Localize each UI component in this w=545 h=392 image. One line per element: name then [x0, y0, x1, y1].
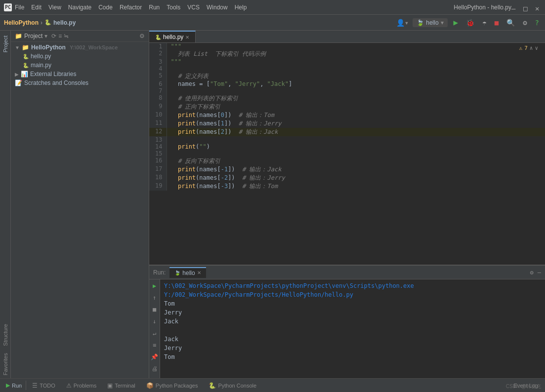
line-content-3[interactable]: """: [167, 58, 545, 65]
run-settings-icon[interactable]: ⚙: [530, 269, 534, 276]
line-content-1[interactable]: """: [167, 43, 545, 50]
console-path-text-2: Y:/002_WorkSpace/PycharmProjects/HelloPy…: [164, 291, 353, 298]
tab-close-button[interactable]: ✕: [185, 35, 189, 40]
line-number-18: 18: [149, 174, 167, 182]
run-config-selector[interactable]: 🍃 hello ▾: [413, 18, 447, 27]
line-content-6[interactable]: names = ["Tom", "Jerry", "Jack"]: [167, 80, 545, 87]
line-number-17: 17: [149, 165, 167, 174]
run-console: ▶ ↑ ■ ↓ ↵ ≡ 📌 🖨 🗑 Y:\002_WorkSpace\Pycha…: [149, 279, 545, 378]
menu-code[interactable]: Code: [98, 4, 113, 11]
tree-btn[interactable]: ≡: [152, 341, 157, 350]
root-folder-item[interactable]: ▼ 📁 HelloPython Y:\002_WorkSpace: [11, 43, 149, 52]
line-content-9[interactable]: # 正向下标索引: [167, 103, 545, 111]
line-content-8[interactable]: # 使用列表的下标索引: [167, 94, 545, 103]
project-settings-icon[interactable]: ⚙: [139, 33, 145, 39]
wrap-btn[interactable]: ↵: [152, 329, 157, 338]
delete-btn[interactable]: 🗑: [151, 376, 159, 378]
settings-button[interactable]: ⚙: [521, 18, 529, 28]
line-content-17[interactable]: print(names[-1]) # 输出：Jack: [167, 165, 545, 174]
todo-icon: ☰: [32, 382, 38, 389]
breadcrumb-separator: ›: [41, 19, 42, 26]
terminal-label: Terminal: [115, 383, 135, 389]
search-button[interactable]: 🔍: [504, 18, 517, 28]
line-content-18[interactable]: print(names[-2]) # 输出：Jerry: [167, 174, 545, 182]
line-content-13[interactable]: [167, 136, 545, 143]
watermark: CSDN @韩骡充: [506, 383, 541, 390]
run-tab-close[interactable]: ✕: [197, 270, 201, 275]
line-content-12[interactable]: print(names[2]) # 输出：Jack: [167, 128, 545, 136]
stop-side-btn[interactable]: ■: [152, 305, 157, 314]
line-content-2[interactable]: 列表 List 下标索引 代码示例: [167, 50, 545, 58]
main-content: Project Structure Favorites 📁 Project ▾ …: [0, 31, 545, 378]
breadcrumb-project[interactable]: HelloPython: [4, 19, 39, 26]
run-config-name: hello: [426, 19, 438, 26]
menu-vcs[interactable]: VCS: [187, 4, 200, 11]
terminal-tab[interactable]: ▣ Terminal: [102, 380, 140, 391]
sync-icon[interactable]: ⟳: [51, 33, 56, 39]
line-content-14[interactable]: print(""): [167, 143, 545, 150]
line-content-4[interactable]: [167, 65, 545, 72]
run-minimize-icon[interactable]: —: [538, 269, 541, 276]
console-path-text: Y:\002_WorkSpace\PycharmProjects\pythonP…: [164, 282, 414, 289]
line-content-19[interactable]: print(names[-3]) # 输出：Tom: [167, 182, 545, 191]
debug-button[interactable]: 🐞: [464, 18, 476, 28]
code-line-16: 16 # 反向下标索引: [149, 157, 545, 165]
problems-tab[interactable]: ⚠ Problems: [61, 380, 101, 391]
line-content-10[interactable]: print(names[0]) # 输出：Tom: [167, 111, 545, 119]
expand-icon[interactable]: ≒: [64, 33, 69, 39]
scroll-down-btn[interactable]: ↓: [152, 317, 157, 326]
run-tab-hello[interactable]: 🍃 hello ✕: [169, 267, 206, 278]
collapse-icon[interactable]: ≡: [58, 33, 62, 39]
stop-button[interactable]: ■: [493, 18, 501, 28]
favorites-tab[interactable]: Favorites: [1, 350, 9, 378]
python-packages-tab[interactable]: 📦 Python Packages: [141, 380, 203, 391]
file-main-py[interactable]: 🐍 main.py: [11, 61, 149, 70]
scroll-down-icon[interactable]: ∨: [535, 45, 538, 51]
python-console-label: Python Console: [218, 383, 256, 389]
run-play-side-btn[interactable]: ▶: [152, 281, 157, 290]
coverage-button[interactable]: ☂: [480, 18, 488, 28]
help-button[interactable]: ?: [533, 18, 541, 28]
run-play-bottom-btn[interactable]: ▶ Run: [2, 381, 26, 390]
line-number-10: 10: [149, 111, 167, 119]
run-button[interactable]: ▶: [452, 17, 461, 28]
close-button[interactable]: ✕: [535, 4, 541, 10]
line-content-15[interactable]: [167, 150, 545, 157]
file-hello-py[interactable]: 🐍 hello.py: [11, 52, 149, 61]
print-btn[interactable]: 🖨: [151, 364, 159, 373]
menu-help[interactable]: Help: [235, 4, 247, 11]
minimize-button[interactable]: —: [511, 4, 517, 10]
code-editor[interactable]: ⚠ 7 ∧ ∨ 1 """ 2 列表 List 下标索引 代码示例: [149, 43, 545, 265]
pin-btn[interactable]: 📌: [150, 353, 159, 361]
line-content-5[interactable]: # 定义列表: [167, 72, 545, 80]
menu-window[interactable]: Window: [207, 4, 228, 11]
line-content-16[interactable]: # 反向下标索引: [167, 157, 545, 165]
maximize-button[interactable]: □: [523, 4, 529, 10]
python-console-tab[interactable]: 🐍 Python Console: [204, 380, 261, 391]
menu-tools[interactable]: Tools: [167, 4, 180, 11]
menu-refactor[interactable]: Refactor: [120, 4, 142, 11]
todo-tab[interactable]: ☰ TODO: [27, 380, 60, 391]
menu-edit[interactable]: Edit: [31, 4, 42, 11]
scroll-up-btn[interactable]: ↑: [152, 293, 157, 302]
menu-navigate[interactable]: Navigate: [68, 4, 91, 11]
scratches-label: Scratches and Consoles: [24, 79, 88, 86]
project-tab[interactable]: Project: [1, 33, 9, 55]
menu-run[interactable]: Run: [149, 4, 160, 11]
line-content-7[interactable]: [167, 87, 545, 94]
menu-view[interactable]: View: [48, 4, 61, 11]
editor-tab-hello-py[interactable]: 🐍 hello.py ✕: [149, 31, 196, 42]
user-icon[interactable]: 👤▾: [396, 19, 409, 27]
code-line-11: 11 print(names[1]) # 输出：Jerry: [149, 119, 545, 128]
code-line-17: 17 print(names[-1]) # 输出：Jack: [149, 165, 545, 174]
structure-tab[interactable]: Structure: [1, 321, 9, 349]
line-number-15: 15: [149, 150, 167, 157]
project-panel-header[interactable]: 📁 Project ▾ ⟳ ≡ ≒ ⚙: [11, 31, 149, 42]
breadcrumb-file[interactable]: hello.py: [53, 19, 76, 26]
external-libraries-item[interactable]: ▶ 📊 External Libraries: [11, 70, 149, 78]
scroll-up-icon[interactable]: ∧: [530, 45, 533, 51]
menu-file[interactable]: File: [15, 4, 24, 11]
line-content-11[interactable]: print(names[1]) # 输出：Jerry: [167, 119, 545, 128]
tab-file-icon: 🐍: [155, 35, 161, 40]
scratches-item[interactable]: 📝 Scratches and Consoles: [11, 78, 149, 87]
